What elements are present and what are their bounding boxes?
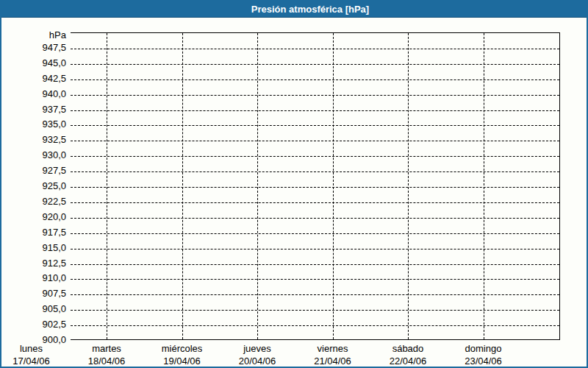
day-date: 23/04/06 xyxy=(465,355,502,367)
x-axis-day-label: domingo23/04/06 xyxy=(465,343,502,367)
horizontal-gridline xyxy=(71,218,559,219)
y-tick-label: 912,5 xyxy=(1,258,66,269)
horizontal-gridline xyxy=(71,202,559,203)
horizontal-gridline xyxy=(71,64,559,65)
horizontal-gridline xyxy=(71,95,559,96)
horizontal-gridline xyxy=(71,141,559,141)
y-axis-unit-label: hPa xyxy=(1,30,66,40)
horizontal-gridline xyxy=(71,310,559,311)
day-name: lunes xyxy=(12,343,50,354)
vertical-gridline xyxy=(182,33,183,339)
y-tick-label: 920,0 xyxy=(1,212,66,222)
horizontal-gridline xyxy=(71,294,559,295)
plot-area xyxy=(71,32,560,340)
x-axis-day-label: martes18/04/06 xyxy=(88,343,126,367)
day-date: 20/04/06 xyxy=(239,355,276,367)
vertical-gridline xyxy=(484,33,484,339)
horizontal-gridline xyxy=(71,171,559,172)
day-date: 22/04/06 xyxy=(390,355,427,367)
horizontal-gridline xyxy=(71,325,559,326)
y-tick-label: 935,0 xyxy=(1,119,66,130)
vertical-gridline xyxy=(257,33,258,339)
horizontal-gridline xyxy=(71,125,559,126)
x-axis-day-label: lunes17/04/06 xyxy=(12,343,50,367)
vertical-gridline xyxy=(408,33,409,339)
day-date: 19/04/06 xyxy=(162,355,203,367)
day-name: domingo xyxy=(465,343,502,354)
day-name: jueves xyxy=(239,343,276,354)
y-tick-label: 945,0 xyxy=(1,58,66,68)
horizontal-gridline xyxy=(71,249,559,250)
y-tick-label: 902,5 xyxy=(1,319,66,330)
y-tick-label: 947,5 xyxy=(1,43,66,53)
day-name: sábado xyxy=(390,343,427,354)
horizontal-gridline xyxy=(71,264,559,265)
x-axis-day-label: miércoles19/04/06 xyxy=(162,343,203,367)
horizontal-gridline xyxy=(71,79,559,80)
y-tick-label: 930,0 xyxy=(1,150,66,160)
y-tick-label: 927,5 xyxy=(1,166,66,176)
day-name: viernes xyxy=(314,343,351,354)
y-tick-label: 917,5 xyxy=(1,227,66,238)
y-tick-label: 942,5 xyxy=(1,74,66,84)
chart-window: Presión atmosférica [hPa] hPa 947,5945,0… xyxy=(0,0,588,368)
x-axis-day-label: sábado22/04/06 xyxy=(390,343,427,367)
day-date: 18/04/06 xyxy=(88,355,126,367)
day-date: 17/04/06 xyxy=(12,355,50,367)
y-tick-label: 932,5 xyxy=(1,135,66,145)
y-tick-label: 915,0 xyxy=(1,243,66,253)
y-tick-label: 925,0 xyxy=(1,181,66,191)
y-tick-label: 922,5 xyxy=(1,197,66,207)
horizontal-gridline xyxy=(71,49,559,49)
day-date: 21/04/06 xyxy=(314,355,351,367)
y-tick-label: 937,5 xyxy=(1,105,66,115)
x-axis-day-label: jueves20/04/06 xyxy=(239,343,276,367)
day-name: martes xyxy=(88,343,126,354)
y-tick-label: 907,5 xyxy=(1,289,66,299)
x-axis-day-label: viernes21/04/06 xyxy=(314,343,351,367)
horizontal-gridline xyxy=(71,156,559,157)
vertical-gridline xyxy=(107,33,107,339)
y-tick-label: 940,0 xyxy=(1,89,66,99)
chart-title-bar: Presión atmosférica [hPa] xyxy=(1,1,587,18)
horizontal-gridline xyxy=(71,233,559,234)
vertical-gridline xyxy=(333,33,334,339)
horizontal-gridline xyxy=(71,110,559,111)
y-tick-label: 910,0 xyxy=(1,273,66,283)
horizontal-gridline xyxy=(71,187,559,188)
chart-title: Presión atmosférica [hPa] xyxy=(60,1,560,17)
horizontal-gridline xyxy=(71,279,559,280)
day-name: miércoles xyxy=(162,343,203,354)
y-tick-label: 905,0 xyxy=(1,304,66,314)
